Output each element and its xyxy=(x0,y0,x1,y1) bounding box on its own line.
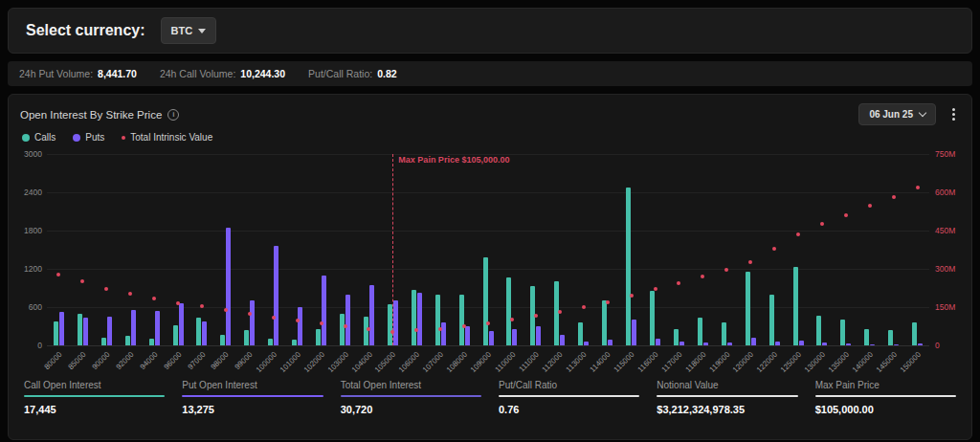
bar-group-92000[interactable] xyxy=(119,154,143,345)
bar-group-116000[interactable] xyxy=(643,154,667,345)
currency-bar: Select currency: BTC xyxy=(8,8,972,54)
plot-area[interactable]: Max Pain Price $105,000.00 xyxy=(47,154,929,345)
bar-group-106000[interactable] xyxy=(405,154,429,345)
bar-group-120000[interactable] xyxy=(739,154,763,345)
bar-group-101000[interactable] xyxy=(285,154,309,345)
bar-group-125000[interactable] xyxy=(787,154,811,345)
bar-group-94000[interactable] xyxy=(143,154,167,345)
put-bar xyxy=(226,228,231,345)
bar-group-150000[interactable] xyxy=(905,154,929,345)
stat-notional-value: Notional Value $3,212,324,978.35 xyxy=(657,380,797,415)
call-volume-label: 24h Call Volume: xyxy=(160,68,235,79)
bar-group-145000[interactable] xyxy=(881,154,905,345)
intrinsic-value-dot xyxy=(200,304,204,308)
bar-group-80000[interactable] xyxy=(47,154,71,345)
call-bar xyxy=(793,267,798,345)
axis-tick-label: 450M xyxy=(935,226,955,235)
call-bar xyxy=(196,318,201,345)
bar-group-107000[interactable] xyxy=(429,154,453,345)
legend-item-calls[interactable]: Calls xyxy=(22,132,56,143)
bar-group-113000[interactable] xyxy=(571,154,595,345)
bar-group-102000[interactable] xyxy=(309,154,333,345)
panel-header-controls: 06 Jun 25 xyxy=(858,103,960,125)
bar-group-96000[interactable] xyxy=(167,154,190,345)
bar-group-119000[interactable] xyxy=(715,154,739,345)
call-bar xyxy=(125,336,130,345)
put-bar xyxy=(656,339,660,345)
intrinsic-value-dot xyxy=(844,213,848,217)
bar-group-100000[interactable] xyxy=(261,154,285,345)
bar-group-140000[interactable] xyxy=(858,154,881,345)
put-bar xyxy=(679,342,684,345)
put-bar xyxy=(465,326,470,345)
bar-group-118000[interactable] xyxy=(691,154,715,345)
currency-dropdown[interactable]: BTC xyxy=(161,17,217,44)
call-bar xyxy=(816,316,821,345)
bar-group-105000[interactable]: Max Pain Price $105,000.00 xyxy=(381,154,405,345)
info-icon[interactable]: i xyxy=(167,109,179,121)
put-call-ratio-stat: Put/Call Ratio: 0.82 xyxy=(308,68,397,79)
left-y-axis: 06001200180024003000 xyxy=(16,154,47,345)
bar-group-90000[interactable] xyxy=(95,154,119,345)
panel-title-text: Open Interest By Strike Price xyxy=(20,109,162,121)
call-bar xyxy=(840,320,845,345)
call-bar xyxy=(722,322,726,345)
bar-group-110000[interactable] xyxy=(501,154,524,345)
bar-group-112000[interactable] xyxy=(547,154,571,345)
gridline xyxy=(47,345,929,346)
intrinsic-value-dot xyxy=(868,204,872,208)
put-bar xyxy=(155,311,160,345)
bar-group-98000[interactable] xyxy=(213,154,237,345)
bar-group-117000[interactable] xyxy=(667,154,691,345)
call-bar xyxy=(483,257,488,345)
put-bar xyxy=(608,340,612,345)
max-pain-line xyxy=(392,154,393,345)
legend-item-puts[interactable]: Puts xyxy=(73,132,104,143)
open-interest-panel: Open Interest By Strike Price i 06 Jun 2… xyxy=(8,94,972,440)
legend-item-intrinsic[interactable]: Total Intrinsic Value xyxy=(122,132,212,143)
intrinsic-value-dot xyxy=(152,297,156,300)
intrinsic-value-dot xyxy=(558,310,562,314)
legend-intrinsic-label: Total Intrinsic Value xyxy=(130,132,212,143)
kebab-menu-icon[interactable] xyxy=(947,105,960,123)
stat-underline xyxy=(657,395,797,397)
intrinsic-value-dot xyxy=(486,321,490,325)
bar-group-85000[interactable] xyxy=(71,154,95,345)
stat-total-open-interest: Total Open Interest 30,720 xyxy=(341,380,481,415)
intrinsic-value-dot xyxy=(320,321,323,325)
x-axis-label: 80000 xyxy=(42,350,63,371)
bar-group-122000[interactable] xyxy=(763,154,787,345)
call-bar xyxy=(650,291,655,345)
intrinsic-value-dot xyxy=(128,292,132,296)
bar-group-135000[interactable] xyxy=(834,154,858,345)
axis-tick-label: 2400 xyxy=(24,188,42,197)
call-bar xyxy=(173,325,178,345)
stat-label: Put Open Interest xyxy=(182,380,323,395)
call-bar xyxy=(674,329,679,345)
put-bar xyxy=(393,300,398,345)
date-selector[interactable]: 06 Jun 25 xyxy=(858,103,936,125)
chevron-down-icon xyxy=(919,109,926,117)
page: Select currency: BTC 24h Put Volume: 8,4… xyxy=(0,0,980,442)
bar-group-109000[interactable] xyxy=(477,154,501,345)
puts-legend-dot-icon xyxy=(73,134,80,142)
bar-group-97000[interactable] xyxy=(190,154,214,345)
bar-group-108000[interactable] xyxy=(453,154,477,345)
bar-group-130000[interactable] xyxy=(811,154,835,345)
bar-group-114000[interactable] xyxy=(595,154,619,345)
chart-legend: Calls Puts Total Intrinsic Value xyxy=(9,129,971,150)
bar-group-103000[interactable] xyxy=(333,154,357,345)
put-bar xyxy=(632,320,636,345)
intrinsic-value-dot xyxy=(104,287,108,291)
put-bar xyxy=(441,322,446,345)
stat-label: Notional Value xyxy=(657,380,797,395)
bar-group-99000[interactable] xyxy=(237,154,261,345)
call-bar xyxy=(78,314,82,345)
axis-tick-label: 1800 xyxy=(24,226,42,235)
bar-group-111000[interactable] xyxy=(523,154,547,345)
bar-group-104000[interactable] xyxy=(357,154,381,345)
date-selector-value: 06 Jun 25 xyxy=(869,109,913,120)
call-bar xyxy=(220,335,225,345)
call-volume-stat: 24h Call Volume: 10,244.30 xyxy=(160,68,285,79)
bar-group-115000[interactable] xyxy=(619,154,643,345)
